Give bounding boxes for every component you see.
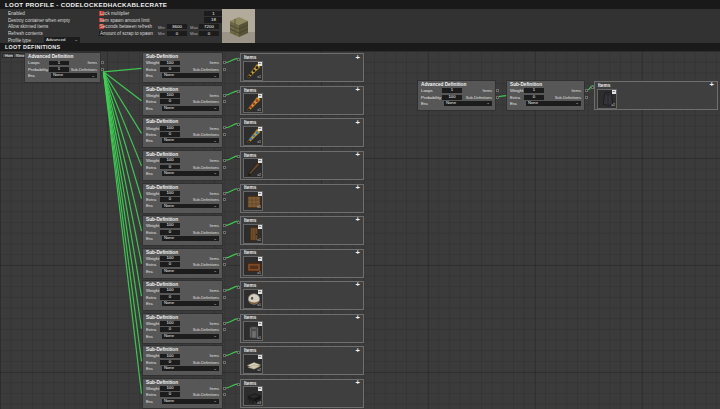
sub-definition-node[interactable]: Sub-Definition Weight 100 Items Extra 0 … <box>143 151 222 180</box>
add-item-button[interactable]: + <box>356 152 360 158</box>
numeric-input[interactable]: 18 <box>204 17 223 22</box>
subdefinitions-port[interactable] <box>223 361 226 364</box>
era-select[interactable]: None ⌄ <box>162 366 219 371</box>
subdefinitions-port[interactable] <box>223 198 226 201</box>
remove-item-button[interactable]: − <box>258 127 262 131</box>
add-item-button[interactable]: + <box>356 217 360 223</box>
item-slot[interactable]: − x1 <box>243 126 263 146</box>
items-in-port[interactable] <box>591 86 594 89</box>
item-slot[interactable]: − x1 <box>243 289 263 309</box>
subdefinitions-port[interactable] <box>223 263 226 266</box>
era-select[interactable]: None ⌄ <box>162 171 219 176</box>
remove-item-button[interactable]: − <box>258 387 262 391</box>
item-slot[interactable]: − x2 <box>243 158 263 178</box>
item-slot[interactable]: − x1 <box>243 321 263 341</box>
era-select[interactable]: None ⌄ <box>444 101 492 106</box>
add-item-button[interactable]: + <box>356 282 360 288</box>
sub-definition-node[interactable]: Sub-Definition Weight 100 Items Extra 0 … <box>143 118 222 147</box>
min-input[interactable]: 3600 <box>167 24 187 29</box>
items-in-port[interactable] <box>237 286 240 289</box>
items-in-port[interactable] <box>237 90 240 93</box>
remove-item-button[interactable]: − <box>258 290 262 294</box>
remove-item-button[interactable]: − <box>258 192 262 196</box>
era-select[interactable]: None ⌄ <box>526 101 581 106</box>
extra-input[interactable]: 0 <box>160 327 180 332</box>
item-slot[interactable]: − x1 <box>243 191 263 211</box>
remove-item-button[interactable]: − <box>258 62 262 66</box>
subdefinitions-port[interactable] <box>223 328 226 331</box>
remove-item-button[interactable]: − <box>258 355 262 359</box>
era-select[interactable]: None ⌄ <box>162 73 219 78</box>
sub-definition-node[interactable]: Sub-Definition Weight 100 Items Extra 0 … <box>143 184 222 213</box>
extra-input[interactable]: 0 <box>160 165 180 170</box>
add-item-button[interactable]: + <box>356 250 360 256</box>
sub-definition-node-secondary[interactable]: Sub-Definition Weight 1 Items Extra 0 Su… <box>507 81 584 110</box>
items-in-port[interactable] <box>237 155 240 158</box>
subdefinitions-port[interactable] <box>585 96 588 99</box>
items-port[interactable] <box>223 354 226 357</box>
subdefinitions-port[interactable] <box>223 166 226 169</box>
era-select[interactable]: None ⌄ <box>162 399 219 404</box>
sub-definition-node[interactable]: Sub-Definition Weight 100 Items Extra 0 … <box>143 346 222 375</box>
add-item-button[interactable]: + <box>356 348 360 354</box>
add-item-button[interactable]: + <box>356 315 360 321</box>
items-in-port[interactable] <box>237 188 240 191</box>
items-in-port[interactable] <box>237 351 240 354</box>
numeric-input[interactable]: 1 <box>204 11 223 16</box>
era-select[interactable]: None ⌄ <box>162 334 219 339</box>
items-port[interactable] <box>223 387 226 390</box>
sub-definition-node[interactable]: Sub-Definition Weight 100 Items Extra 0 … <box>143 86 222 115</box>
era-select[interactable]: None ⌄ <box>162 106 219 111</box>
max-input[interactable]: 0 <box>199 31 219 36</box>
extra-input[interactable]: 0 <box>160 67 180 72</box>
items-in-port[interactable] <box>237 318 240 321</box>
items-port[interactable] <box>223 94 226 97</box>
add-item-button[interactable]: + <box>356 55 360 61</box>
subdefinitions-port[interactable] <box>223 231 226 234</box>
max-input[interactable]: 7200 <box>199 24 219 29</box>
probability-input[interactable]: 100 <box>442 95 462 100</box>
extra-input[interactable]: 0 <box>160 392 180 397</box>
items-port[interactable] <box>223 224 226 227</box>
remove-item-button[interactable]: − <box>258 257 262 261</box>
add-item-button[interactable]: + <box>356 185 360 191</box>
extra-input[interactable]: 0 <box>160 295 180 300</box>
items-port[interactable] <box>223 159 226 162</box>
weight-input[interactable]: 100 <box>160 191 180 196</box>
profile-type-select[interactable]: Advanced ⌄ <box>44 37 80 42</box>
item-slot[interactable]: − x1 <box>243 93 263 113</box>
weight-input[interactable]: 1 <box>524 88 544 93</box>
extra-input[interactable]: 0 <box>160 197 180 202</box>
sub-definition-node[interactable]: Sub-Definition Weight 100 Items Extra 0 … <box>143 249 222 278</box>
weight-input[interactable]: 100 <box>160 158 180 163</box>
weight-input[interactable]: 100 <box>160 321 180 326</box>
advanced-definition-node-secondary[interactable]: Advanced Definition Loops 1 Items Probab… <box>418 81 495 110</box>
weight-input[interactable]: 100 <box>160 61 180 66</box>
era-select[interactable]: None ⌄ <box>162 301 219 306</box>
sub-definition-node[interactable]: Sub-Definition Weight 100 Items Extra 0 … <box>143 314 222 343</box>
era-select[interactable]: None ⌄ <box>162 236 219 241</box>
items-port[interactable] <box>223 322 226 325</box>
items-in-port[interactable] <box>237 123 240 126</box>
sub-definition-node[interactable]: Sub-Definition Weight 100 Items Extra 0 … <box>143 53 222 82</box>
remove-item-button[interactable]: − <box>258 94 262 98</box>
extra-input[interactable]: 0 <box>160 132 180 137</box>
loops-input[interactable]: 1 <box>442 88 462 93</box>
era-select[interactable]: None ⌄ <box>162 138 219 143</box>
node-graph-canvas[interactable]: Home Reset Advanced Definition Loops 1 I… <box>0 51 720 409</box>
weight-input[interactable]: 100 <box>160 93 180 98</box>
items-port[interactable] <box>496 89 499 92</box>
weight-input[interactable]: 100 <box>160 223 180 228</box>
extra-input[interactable]: 0 <box>160 360 180 365</box>
sub-definition-node[interactable]: Sub-Definition Weight 100 Items Extra 0 … <box>143 216 222 245</box>
extra-input[interactable]: 0 <box>160 230 180 235</box>
items-in-port[interactable] <box>237 253 240 256</box>
remove-item-button[interactable]: − <box>258 322 262 326</box>
remove-item-button[interactable]: − <box>258 159 262 163</box>
min-input[interactable]: 0 <box>167 31 187 36</box>
items-port[interactable] <box>223 192 226 195</box>
item-slot[interactable]: − x1 <box>243 61 263 81</box>
era-select[interactable]: None ⌄ <box>162 269 219 274</box>
remove-item-button[interactable]: − <box>612 90 616 94</box>
extra-input[interactable]: 0 <box>524 95 544 100</box>
